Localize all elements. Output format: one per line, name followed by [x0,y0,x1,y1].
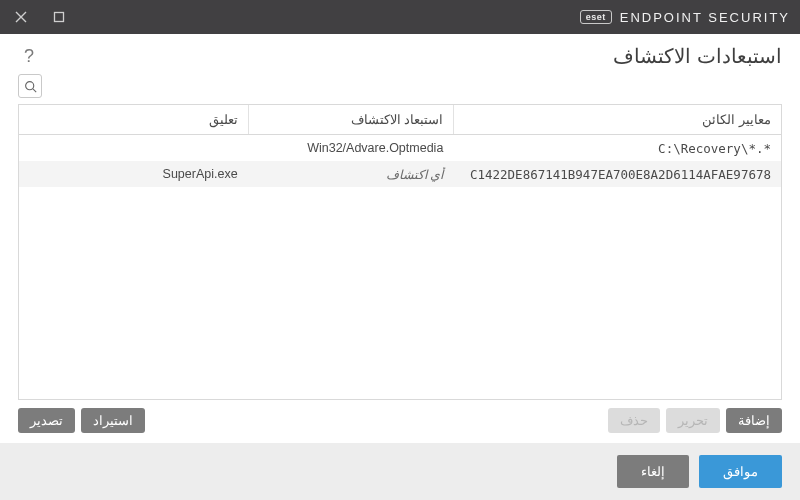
edit-button-group: إضافة تحرير حذف [608,408,782,433]
actions-row: إضافة تحرير حذف استيراد تصدير [0,400,800,443]
io-button-group: استيراد تصدير [18,408,145,433]
delete-button[interactable]: حذف [608,408,660,433]
th-detection[interactable]: استبعاد الاكتشاف [248,105,454,134]
search-row [0,74,800,104]
footer-bar: موافق إلغاء [0,443,800,500]
export-button[interactable]: تصدير [18,408,75,433]
cell-detection: أي اكتشاف [248,167,454,182]
edit-button[interactable]: تحرير [666,408,720,433]
cancel-button[interactable]: إلغاء [617,455,689,488]
svg-line-2 [32,88,35,91]
import-button[interactable]: استيراد [81,408,145,433]
table-header: معايير الكائن استبعاد الاكتشاف تعليق [19,105,781,135]
add-button[interactable]: إضافة [726,408,782,433]
brand-product: ENDPOINT SECURITY [620,10,790,25]
help-icon[interactable]: ? [18,45,40,67]
brand-logo: eset [580,10,612,24]
exclusions-table: معايير الكائن استبعاد الاكتشاف تعليق C:\… [18,104,782,400]
page-title: استبعادات الاكتشاف [613,44,782,68]
cell-detection: Win32/Advare.Optmedia [248,141,454,155]
brand: eset ENDPOINT SECURITY [580,10,790,25]
close-icon[interactable] [4,0,38,34]
titlebar: eset ENDPOINT SECURITY [0,0,800,34]
table-row[interactable]: C1422DE867141B947EA700E8A2D6114AFAE97678… [19,161,781,187]
svg-point-1 [25,81,33,89]
ok-button[interactable]: موافق [699,455,782,488]
cell-criteria: C1422DE867141B947EA700E8A2D6114AFAE97678 [453,167,781,182]
search-icon[interactable] [18,74,42,98]
table-body: C:\Recovery\*.* Win32/Advare.Optmedia C1… [19,135,781,399]
th-criteria[interactable]: معايير الكائن [453,105,781,134]
cell-comment: SuperApi.exe [19,167,248,181]
table-row[interactable]: C:\Recovery\*.* Win32/Advare.Optmedia [19,135,781,161]
header-row: ? استبعادات الاكتشاف [0,34,800,74]
svg-rect-0 [55,13,64,22]
maximize-icon[interactable] [42,0,76,34]
th-comment[interactable]: تعليق [19,105,248,134]
cell-criteria: C:\Recovery\*.* [453,141,781,156]
window-controls [4,0,76,34]
